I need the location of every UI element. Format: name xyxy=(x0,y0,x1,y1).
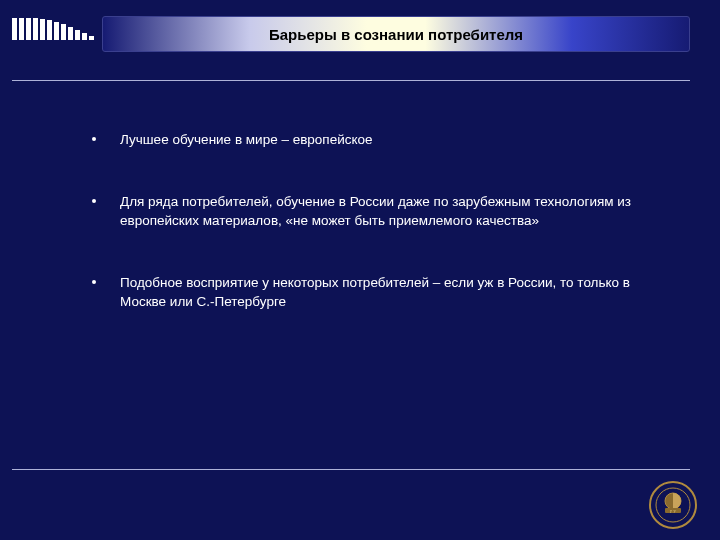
slide-body: Лучшее обучение в мире – европейское Для… xyxy=(120,130,660,354)
divider-top xyxy=(12,80,690,81)
svg-text:Р У: Р У xyxy=(670,509,676,514)
title-banner: Барьеры в сознании потребителя xyxy=(102,16,690,52)
bullet-icon xyxy=(92,199,96,203)
bullet-text: Для ряда потребителей, обучение в России… xyxy=(120,192,660,231)
decorative-comb-icon xyxy=(12,18,94,40)
bullet-icon xyxy=(92,137,96,141)
bullet-icon xyxy=(92,280,96,284)
slide-title: Барьеры в сознании потребителя xyxy=(269,26,523,43)
list-item: Лучшее обучение в мире – европейское xyxy=(120,130,660,150)
divider-bottom xyxy=(12,469,690,470)
slide-header: Барьеры в сознании потребителя xyxy=(0,0,720,66)
list-item: Подобное восприятие у некоторых потребит… xyxy=(120,273,660,312)
bullet-text: Лучшее обучение в мире – европейское xyxy=(120,130,373,150)
list-item: Для ряда потребителей, обучение в России… xyxy=(120,192,660,231)
bullet-text: Подобное восприятие у некоторых потребит… xyxy=(120,273,660,312)
university-seal-icon: Р У xyxy=(648,480,698,530)
